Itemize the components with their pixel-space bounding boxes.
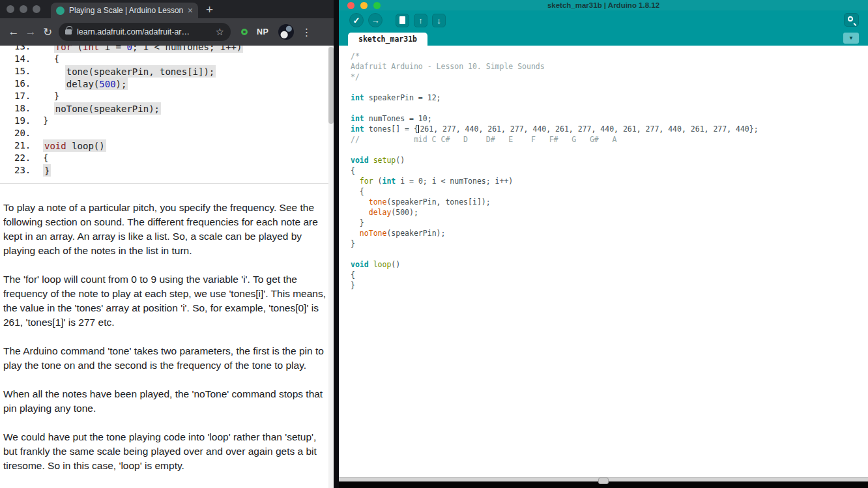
editor-line[interactable]: } xyxy=(351,238,868,249)
editor-line[interactable]: delay(500); xyxy=(351,207,868,218)
article-code-line: 21.void loop() xyxy=(0,139,334,152)
article-paragraph: We could have put the tone playing code … xyxy=(3,430,328,473)
open-sketch-button[interactable]: ↑ xyxy=(414,14,427,27)
article-code-block: 13. for (int i = 0; i < numTones; i++)14… xyxy=(0,46,334,184)
editor-line[interactable] xyxy=(351,249,868,259)
editor-line[interactable]: } xyxy=(351,218,868,228)
editor-line[interactable]: } xyxy=(351,280,868,291)
serial-monitor-button[interactable] xyxy=(844,13,859,27)
line-number: 14. xyxy=(14,53,34,65)
editor-line[interactable]: */ xyxy=(351,72,868,82)
editor-line[interactable] xyxy=(351,145,868,155)
editor-line[interactable]: noTone(speakerPin); xyxy=(351,228,868,238)
article-paragraph: The 'for' loop will count from 0 to 9 us… xyxy=(3,272,328,330)
editor-line[interactable]: { xyxy=(351,270,868,280)
tab-list-button[interactable]: ▼ xyxy=(843,33,859,44)
article-paragraph: The Arduino command 'tone' takes two par… xyxy=(3,344,328,373)
editor-line[interactable]: { xyxy=(351,165,868,176)
extension-green-icon[interactable] xyxy=(241,29,248,35)
back-button[interactable]: ← xyxy=(5,25,22,38)
new-tab-button[interactable]: + xyxy=(206,3,213,16)
article-code-line: 20. xyxy=(0,127,334,139)
article-text: To play a note of a particular pitch, yo… xyxy=(0,184,334,473)
minimize-window-button[interactable] xyxy=(20,5,27,13)
lock-icon xyxy=(65,29,72,35)
article-code-line: 15. tone(speakerPin, tones[i]); xyxy=(0,65,334,78)
address-bar[interactable]: learn.adafruit.com/adafruit-ar… ☆ xyxy=(59,23,231,41)
reload-button[interactable]: ↻ xyxy=(39,25,56,39)
sketch-tab[interactable]: sketch_mar31b xyxy=(348,33,427,46)
line-number: 23. xyxy=(14,164,34,177)
divider-grip-handle[interactable] xyxy=(598,478,609,484)
window-title: sketch_mar31b | Arduino 1.8.12 xyxy=(339,1,868,9)
article-code-line: 23.} xyxy=(0,164,334,177)
article-code-line: 17. } xyxy=(0,90,334,102)
code-editor[interactable]: /*Adafruit Arduino - Lesson 10. Simple S… xyxy=(339,46,868,477)
line-number: 17. xyxy=(14,90,34,102)
article-code-line: 22.{ xyxy=(0,152,334,164)
editor-line[interactable]: // mid C C# D D# E F F# G G# A xyxy=(351,134,868,145)
document-icon xyxy=(399,16,405,24)
editor-line[interactable]: int numTones = 10; xyxy=(351,113,868,124)
close-window-button[interactable] xyxy=(7,5,14,13)
article-code-line: 18. noTone(speakerPin); xyxy=(0,102,334,115)
editor-line[interactable] xyxy=(351,82,868,93)
line-number: 15. xyxy=(14,65,34,78)
tab-title: Playing a Scale | Arduino Lesson xyxy=(69,6,184,15)
editor-line[interactable]: void setup() xyxy=(351,155,868,165)
browser-window: Playing a Scale | Arduino Lesson × + ← →… xyxy=(0,0,334,488)
ide-title-bar: sketch_mar31b | Arduino 1.8.12 xyxy=(339,0,868,10)
page-scrollbar[interactable] xyxy=(328,46,334,488)
arduino-ide-window: sketch_mar31b | Arduino 1.8.12 ✓ → ↑ ↓ s… xyxy=(339,0,868,488)
article-code-line: 16. delay(500); xyxy=(0,78,334,90)
scrollbar-thumb[interactable] xyxy=(328,47,334,124)
article-code-line: 19.} xyxy=(0,115,334,127)
window-controls xyxy=(7,5,40,13)
editor-line[interactable]: void loop() xyxy=(351,259,868,270)
new-sketch-button[interactable] xyxy=(396,14,409,27)
ide-toolbar: ✓ → ↑ ↓ xyxy=(339,10,868,30)
desktop: Playing a Scale | Arduino Lesson × + ← →… xyxy=(0,0,868,488)
article-paragraph: When all the notes have been played, the… xyxy=(3,387,328,416)
url-text: learn.adafruit.com/adafruit-ar… xyxy=(77,27,216,36)
line-number: 22. xyxy=(14,152,34,164)
extension-np-badge[interactable]: NP xyxy=(257,27,268,36)
editor-line[interactable]: /* xyxy=(351,51,868,61)
sketch-tab-label: sketch_mar31b xyxy=(358,35,417,44)
editor-line[interactable]: Adafruit Arduino - Lesson 10. Simple Sou… xyxy=(351,61,868,72)
zoom-window-button[interactable] xyxy=(33,5,40,13)
line-number: 21. xyxy=(14,139,34,152)
tab-close-icon[interactable]: × xyxy=(188,6,193,15)
bookmark-star-icon[interactable]: ☆ xyxy=(216,26,224,38)
browser-menu-button[interactable]: ⋮ xyxy=(301,26,311,38)
browser-tab-strip: Playing a Scale | Arduino Lesson × + xyxy=(0,0,334,18)
forward-button[interactable]: → xyxy=(22,25,39,38)
chevron-down-icon: ▼ xyxy=(848,35,854,41)
editor-line[interactable] xyxy=(351,103,868,113)
line-number: 18. xyxy=(14,102,34,115)
save-sketch-button[interactable]: ↓ xyxy=(432,14,446,27)
verify-button[interactable]: ✓ xyxy=(349,13,364,27)
line-number: 16. xyxy=(14,78,34,90)
browser-tab[interactable]: Playing a Scale | Arduino Lesson × xyxy=(51,3,198,18)
tab-favicon-icon xyxy=(56,7,65,15)
profile-avatar[interactable] xyxy=(278,24,294,40)
editor-line[interactable]: { xyxy=(351,186,868,197)
upload-button[interactable]: → xyxy=(368,13,383,27)
article-paragraph: To play a note of a particular pitch, yo… xyxy=(3,201,328,258)
article-code-line: 14. { xyxy=(0,53,334,65)
editor-line[interactable]: int speakerPin = 12; xyxy=(351,93,868,103)
browser-toolbar: ← → ↻ learn.adafruit.com/adafruit-ar… ☆ … xyxy=(0,18,334,46)
line-number: 20. xyxy=(14,127,34,139)
console-divider[interactable] xyxy=(339,477,868,481)
magnifier-icon xyxy=(848,16,853,22)
editor-line[interactable]: int tones[] = {261, 277, 440, 261, 277, … xyxy=(351,124,868,134)
ide-tab-bar: sketch_mar31b ▼ xyxy=(339,30,868,46)
line-number: 13. xyxy=(14,46,34,53)
article-code-line: 13. for (int i = 0; i < numTones; i++) xyxy=(0,46,334,53)
editor-line[interactable]: for (int i = 0; i < numTones; i++) xyxy=(351,176,868,186)
line-number: 19. xyxy=(14,115,34,127)
page-content: 13. for (int i = 0; i < numTones; i++)14… xyxy=(0,46,334,488)
editor-line[interactable]: tone(speakerPin, tones[i]); xyxy=(351,197,868,207)
